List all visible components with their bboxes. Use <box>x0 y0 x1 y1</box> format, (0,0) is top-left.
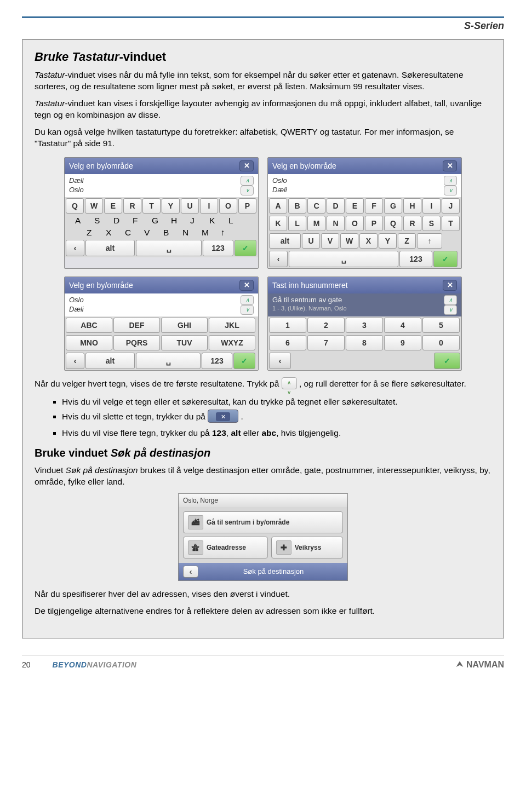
key[interactable]: Y <box>162 198 180 214</box>
list-item[interactable]: Dæli <box>69 304 84 314</box>
key[interactable]: W <box>340 233 358 249</box>
key[interactable]: V <box>321 233 339 249</box>
key[interactable]: P <box>365 216 383 231</box>
key[interactable]: P <box>238 198 256 214</box>
intersection-button[interactable]: ✚ Veikryss <box>271 537 343 558</box>
key[interactable]: A <box>269 198 287 214</box>
street-address-button[interactable]: 🛣 Gateadresse <box>183 537 268 558</box>
key[interactable]: L <box>288 216 306 231</box>
key[interactable]: TUV <box>161 335 208 350</box>
key[interactable]: R <box>403 216 421 231</box>
key[interactable]: E <box>104 198 122 214</box>
key[interactable]: V <box>144 228 162 238</box>
key[interactable]: X <box>359 233 378 249</box>
key[interactable]: Z <box>87 228 105 238</box>
key[interactable]: Y <box>379 233 397 249</box>
key[interactable]: DEF <box>113 318 160 333</box>
key[interactable]: I <box>422 198 441 214</box>
key[interactable]: F <box>133 216 151 226</box>
key[interactable]: O <box>346 216 364 231</box>
space-key[interactable]: ␣ <box>289 251 398 267</box>
scroll-up-icon[interactable]: ∧ <box>241 176 254 186</box>
scroll-up-icon[interactable]: ∧ <box>241 295 254 305</box>
confirm-key[interactable]: ✓ <box>433 251 458 267</box>
123-key[interactable]: 123 <box>203 240 233 256</box>
scroll-up-icon[interactable]: ∧ <box>444 176 457 186</box>
key[interactable]: D <box>327 198 345 214</box>
key[interactable]: O <box>219 198 237 214</box>
space-key[interactable]: ␣ <box>136 353 201 369</box>
123-key[interactable]: 123 <box>202 353 232 369</box>
list-item[interactable]: Dæli <box>69 176 84 186</box>
space-key[interactable]: ␣ <box>136 240 202 256</box>
key[interactable]: WXYZ <box>209 335 255 350</box>
key[interactable]: 5 <box>422 318 460 333</box>
key[interactable]: Q <box>66 198 84 214</box>
confirm-key[interactable]: ✓ <box>434 353 460 369</box>
key[interactable]: E <box>346 198 364 214</box>
key[interactable]: 9 <box>384 335 421 350</box>
key[interactable]: 4 <box>384 318 421 333</box>
key[interactable]: 1 <box>269 318 306 333</box>
key[interactable]: MNO <box>66 335 112 350</box>
key[interactable]: C <box>307 198 325 214</box>
confirm-key[interactable]: ✓ <box>233 353 255 369</box>
key[interactable]: B <box>163 228 181 238</box>
list-item[interactable]: Oslo <box>69 185 84 195</box>
key[interactable]: J <box>442 198 460 214</box>
key[interactable]: K <box>269 216 287 231</box>
key[interactable]: 7 <box>307 335 345 350</box>
key[interactable]: 8 <box>346 335 383 350</box>
key[interactable]: Z <box>398 233 416 249</box>
key[interactable]: N <box>327 216 345 231</box>
key[interactable]: S <box>422 216 441 231</box>
key[interactable]: T <box>142 198 161 214</box>
back-key[interactable]: ‹ <box>269 353 291 369</box>
key[interactable]: D <box>113 216 132 226</box>
key[interactable]: U <box>302 233 320 249</box>
key[interactable]: M <box>307 216 325 231</box>
alt-key[interactable]: alt <box>85 353 135 369</box>
back-button[interactable]: ‹ <box>183 566 198 578</box>
key[interactable]: W <box>85 198 103 214</box>
scroll-up-icon[interactable]: ∧ <box>444 295 457 305</box>
key[interactable]: 6 <box>269 335 306 350</box>
alt-key[interactable]: alt <box>269 233 301 249</box>
key[interactable]: A <box>75 216 93 226</box>
key[interactable]: PQRS <box>113 335 160 350</box>
key[interactable]: F <box>365 198 383 214</box>
key[interactable]: X <box>106 228 124 238</box>
back-key[interactable]: ‹ <box>66 353 84 369</box>
key[interactable]: N <box>182 228 201 238</box>
alt-key[interactable]: alt <box>85 240 135 256</box>
key[interactable]: JKL <box>209 318 255 333</box>
key[interactable]: GHI <box>161 318 208 333</box>
key[interactable]: I <box>200 198 218 214</box>
key[interactable]: U <box>181 198 199 214</box>
key[interactable]: ABC <box>66 318 112 333</box>
key[interactable]: K <box>209 216 227 226</box>
key[interactable]: 2 <box>307 318 345 333</box>
shift-key[interactable]: ↑ <box>417 233 442 249</box>
close-icon[interactable]: ✕ <box>443 280 457 291</box>
123-key[interactable]: 123 <box>399 251 432 267</box>
key[interactable]: L <box>228 216 247 226</box>
key[interactable]: B <box>288 198 306 214</box>
list-item[interactable]: Oslo <box>272 176 287 186</box>
shift-key[interactable]: ↑ <box>221 228 239 238</box>
key[interactable]: 3 <box>346 318 383 333</box>
go-city-center-button[interactable]: 🏙 Gå til sentrum i by/område <box>183 511 343 533</box>
key[interactable]: 0 <box>422 335 460 350</box>
confirm-key[interactable]: ✓ <box>235 240 256 256</box>
key[interactable]: H <box>171 216 189 226</box>
key[interactable]: Q <box>384 216 402 231</box>
list-item[interactable]: Dæli <box>272 185 287 195</box>
close-icon[interactable]: ✕ <box>443 160 457 171</box>
key[interactable]: H <box>403 198 421 214</box>
back-key[interactable]: ‹ <box>66 240 84 256</box>
key[interactable]: R <box>123 198 141 214</box>
key[interactable]: S <box>94 216 112 226</box>
scroll-down-icon[interactable]: ∨ <box>241 186 254 195</box>
key[interactable]: C <box>125 228 143 238</box>
key[interactable]: G <box>384 198 402 214</box>
